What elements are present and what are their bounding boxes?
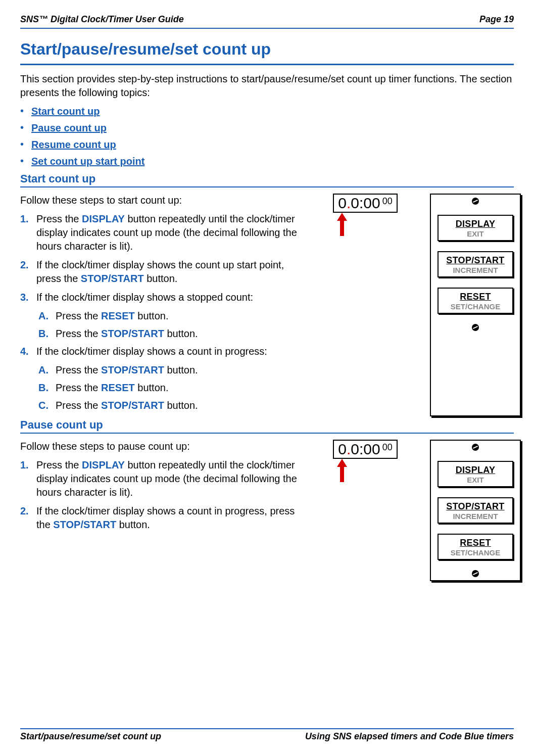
screw-icon: [472, 444, 479, 451]
step-text: If the clock/timer display shows a count…: [36, 504, 308, 532]
clock-display-column: 0.0:0000: [317, 194, 413, 416]
t: Press the: [56, 310, 101, 321]
pause-lead: Follow these steps to pause count up:: [20, 440, 308, 453]
step-num: 3.: [20, 291, 31, 304]
pause-text-column: Follow these steps to pause count up: 1.…: [20, 440, 308, 581]
btn-sub-label: SET/CHANGE: [441, 548, 510, 557]
kw-stopstart: STOP/START: [53, 519, 116, 530]
arrow-up-icon: [337, 213, 347, 221]
clock-rest: 0:00: [351, 195, 380, 212]
section-pause-row: Follow these steps to pause count up: 1.…: [20, 440, 514, 581]
page-footer: Start/pause/resume/set count up Using SN…: [20, 728, 514, 742]
screw-icon: [472, 570, 479, 577]
arrow-stem: [340, 467, 344, 482]
title-rule: [20, 64, 514, 65]
clock-decimal: .: [347, 441, 351, 458]
toc-item: Start count up: [20, 106, 514, 117]
pause-step-2: 2. If the clock/timer display shows a co…: [20, 504, 308, 532]
toc-item: Set count up start point: [20, 156, 514, 167]
sub-rule: [20, 433, 514, 434]
kw-reset: RESET: [101, 310, 135, 321]
clock-rest: 0:00: [351, 441, 380, 458]
step-text: Press the DISPLAY button repeatedly unti…: [36, 458, 308, 499]
stop-start-button[interactable]: STOP/START INCREMENT: [438, 251, 513, 277]
step-4-sub: A. Press the STOP/START button. B. Press…: [38, 363, 308, 412]
t: button.: [116, 519, 150, 530]
arrow-indicator: [337, 459, 347, 482]
t: Press the: [56, 400, 101, 411]
btn-sub-label: INCREMENT: [441, 512, 510, 521]
step-1: 1. Press the DISPLAY button repeatedly u…: [20, 212, 308, 253]
step-4: 4. If the clock/timer display shows a co…: [20, 345, 308, 358]
controller-column: DISPLAY EXIT STOP/START INCREMENT RESET …: [422, 440, 528, 581]
display-button[interactable]: DISPLAY EXIT: [438, 215, 513, 241]
reset-button[interactable]: RESET SET/CHANGE: [438, 288, 513, 314]
step-num: 2.: [20, 504, 31, 532]
step-3a: A. Press the RESET button.: [38, 309, 308, 323]
step-3: 3. If the clock/timer display shows a st…: [20, 291, 308, 304]
btn-sub-label: EXIT: [441, 229, 510, 238]
footer-left: Start/pause/resume/set count up: [20, 731, 161, 742]
sub-num: C.: [38, 399, 51, 412]
start-lead: Follow these steps to start count up:: [20, 194, 308, 207]
sub-num: B.: [38, 327, 51, 341]
step-text: If the clock/timer display shows a stopp…: [36, 291, 253, 304]
step-3-sub: A. Press the RESET button. B. Press the …: [38, 309, 308, 341]
header-rule: [20, 28, 514, 29]
t: button.: [164, 364, 198, 375]
step-num: 2.: [20, 258, 31, 286]
kw-display: DISPLAY: [82, 213, 125, 224]
clock-hundredths: 00: [382, 442, 393, 453]
heading-pause-count-up: Pause count up: [20, 418, 514, 432]
clock-decimal: .: [347, 195, 351, 212]
pause-step-1: 1. Press the DISPLAY button repeatedly u…: [20, 458, 308, 499]
page-header: SNS™ Digital Clock/Timer User Guide Page…: [20, 14, 514, 28]
btn-main-label: STOP/START: [441, 255, 510, 266]
controller-panel: DISPLAY EXIT STOP/START INCREMENT RESET …: [430, 194, 521, 416]
controller-column: DISPLAY EXIT STOP/START INCREMENT RESET …: [422, 194, 528, 416]
step-text: Press the DISPLAY button repeatedly unti…: [36, 212, 308, 253]
display-button[interactable]: DISPLAY EXIT: [438, 461, 513, 487]
stop-start-button[interactable]: STOP/START INCREMENT: [438, 497, 513, 524]
arrow-stem: [340, 221, 344, 236]
t: button.: [164, 400, 198, 411]
clock-display: 0.0:0000: [333, 440, 397, 459]
intro-paragraph: This section provides step-by-step instr…: [20, 72, 514, 100]
sub-text: Press the RESET button.: [56, 309, 168, 323]
t: Press the: [36, 213, 82, 224]
step-4b: B. Press the RESET button.: [38, 381, 308, 395]
toc-link-start[interactable]: Start count up: [31, 106, 100, 117]
reset-button[interactable]: RESET SET/CHANGE: [438, 534, 513, 560]
page-title: Start/pause/resume/set count up: [20, 40, 514, 59]
header-left: SNS™ Digital Clock/Timer User Guide: [20, 14, 184, 25]
step-4a: A. Press the STOP/START button.: [38, 363, 308, 377]
screw-icon: [472, 198, 479, 205]
sub-text: Press the STOP/START button.: [56, 327, 198, 341]
clock-hours: 0: [338, 441, 347, 458]
clock-hours: 0: [338, 195, 347, 212]
arrow-up-icon: [337, 459, 347, 467]
pause-steps: 1. Press the DISPLAY button repeatedly u…: [20, 458, 308, 532]
btn-main-label: RESET: [441, 538, 510, 548]
btn-main-label: DISPLAY: [441, 219, 510, 229]
t: Press the: [36, 459, 82, 470]
kw-display: DISPLAY: [82, 459, 125, 470]
btn-sub-label: EXIT: [441, 476, 510, 484]
sub-num: A.: [38, 363, 51, 377]
controller-panel: DISPLAY EXIT STOP/START INCREMENT RESET …: [430, 440, 521, 581]
toc-list: Start count up Pause count up Resume cou…: [20, 106, 514, 167]
arrow-indicator: [337, 213, 347, 236]
btn-sub-label: INCREMENT: [441, 266, 510, 274]
sub-text: Press the STOP/START button.: [56, 363, 198, 377]
t: Press the: [56, 328, 101, 339]
t: button.: [164, 328, 198, 339]
footer-right: Using SNS elapsed timers and Code Blue t…: [305, 731, 514, 742]
toc-link-resume[interactable]: Resume count up: [31, 139, 116, 150]
toc-link-pause[interactable]: Pause count up: [31, 122, 107, 133]
toc-item: Pause count up: [20, 122, 514, 134]
toc-link-set[interactable]: Set count up start point: [31, 156, 144, 167]
start-steps: 1. Press the DISPLAY button repeatedly u…: [20, 212, 308, 412]
clock-display: 0.0:0000: [333, 194, 397, 213]
clock-hundredths: 00: [382, 196, 393, 207]
kw-stopstart: STOP/START: [101, 328, 164, 339]
